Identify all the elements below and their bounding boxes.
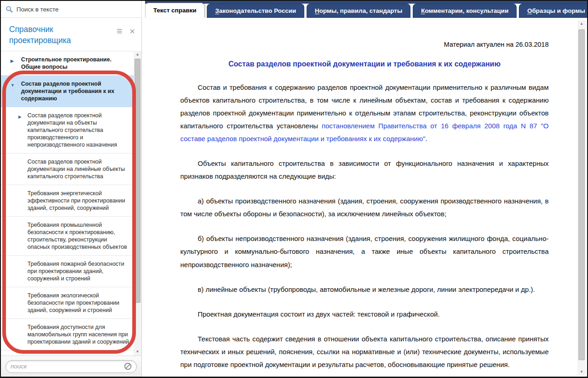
text-run: Текстовая часть содержит сведения в отно… (180, 335, 549, 368)
paragraph: б) объекты непроизводственного назначени… (180, 232, 549, 271)
tree-item-label: Состав разделов проектной документации н… (27, 112, 117, 148)
scroll-up-icon[interactable]: ▲ (577, 20, 586, 27)
scroll-up-icon[interactable]: ▲ (134, 51, 141, 58)
tab-4[interactable]: Образцы и формы (519, 4, 588, 18)
tree-item[interactable]: ▶Состав разделов проектной документации … (1, 107, 134, 153)
text-run: . (425, 135, 427, 142)
tab-2[interactable]: Нормы, правила, стандарты (307, 4, 410, 18)
document-content: Материал актуален на 26.03.2018 Состав р… (142, 18, 575, 377)
chevron-right-icon[interactable]: ▶ (11, 57, 14, 65)
tree-item[interactable]: Состав разделов проектной документации н… (1, 153, 134, 185)
scroll-down-icon[interactable]: ▼ (577, 368, 586, 376)
sidebar-search-input[interactable] (11, 363, 121, 370)
clear-block-icon[interactable] (124, 362, 132, 370)
tree-item[interactable]: Требования экологической безопасности пр… (1, 287, 134, 319)
sidebar-scrollbar-thumb[interactable] (135, 59, 140, 303)
tab-bar: Текст справкиЗаконодательство РоссииНорм… (142, 1, 587, 18)
document-scrollbar[interactable]: ▲ ▼ (577, 20, 586, 376)
document-paragraphs: Состав и требования к содержанию раздело… (180, 81, 549, 377)
document-actuality-note: Материал актуален на 26.03.2018 (180, 41, 549, 48)
sidebar: Справочник проектировщика ≡ × ▶Строитель… (1, 18, 142, 377)
tree-item-label: Требования доступности для маломобильных… (27, 324, 129, 345)
tree-item-label: Требования промышленной безопасности к п… (27, 222, 127, 250)
sidebar-search-bar (1, 356, 141, 377)
sidebar-header: Справочник проектировщика ≡ × (1, 18, 141, 51)
paragraph: Состав и требования к содержанию раздело… (180, 81, 549, 145)
text-run: в) линейные объекты (трубопроводы, автом… (198, 285, 535, 293)
chevron-right-icon[interactable]: ▶ (18, 113, 22, 121)
sidebar-search-pill (5, 360, 137, 373)
search-in-text-input[interactable] (16, 6, 137, 13)
menu-icon[interactable]: ≡ (117, 26, 122, 36)
tab-bar-tabs: Текст справкиЗаконодательство РоссииНорм… (145, 1, 586, 18)
tree-item[interactable]: Требования энергетической эффективности … (1, 185, 134, 217)
tree-item[interactable]: Требования доступности для маломобильных… (1, 319, 134, 351)
document-title: Состав разделов проектной документации и… (180, 60, 549, 68)
text-run: а) объекты производственного назначения … (180, 197, 549, 218)
tree-item-label: Требования энергетической эффективности … (27, 190, 125, 211)
tree-item[interactable]: Требования промышленной безопасности к п… (1, 217, 134, 256)
search-icon (5, 5, 13, 13)
sidebar-scrollbar[interactable]: ▲ ▼ (134, 51, 141, 356)
text-run: Объекты капитального строительства в зав… (180, 159, 549, 180)
tree-item[interactable]: Требования пожарной безопасности при про… (1, 256, 134, 287)
tree-items: ▶Строительное проектирование. Общие вопр… (1, 51, 134, 356)
chevron-down-icon[interactable]: ▼ (11, 82, 15, 89)
sidebar-tree: ▶Строительное проектирование. Общие вопр… (1, 51, 141, 356)
tree-item[interactable]: ▶Расчет конструкций (1, 351, 134, 356)
document-scrollbar-thumb[interactable] (578, 29, 585, 360)
tab-3[interactable]: Комментарии, консультации (413, 4, 517, 18)
scroll-down-icon[interactable]: ▼ (134, 348, 141, 356)
sidebar-header-icons: ≡ × (117, 24, 135, 36)
paragraph: в) линейные объекты (трубопроводы, автом… (180, 283, 549, 296)
tree-item-label: Состав разделов проектной документации и… (21, 81, 114, 102)
text-run: Проектная документация состоит из двух ч… (198, 310, 440, 318)
paragraph: Проектная документация состоит из двух ч… (180, 308, 549, 321)
paragraph: а) объекты производственного назначения … (180, 195, 549, 220)
paragraph: Текстовая часть содержит сведения в отно… (180, 333, 549, 371)
sidebar-title: Справочник проектировщика (9, 24, 94, 46)
tree-item-label: Требования экологической безопасности пр… (27, 292, 119, 313)
close-icon[interactable]: × (129, 27, 135, 36)
document-pane: Материал актуален на 26.03.2018 Состав р… (142, 18, 587, 377)
tree-item[interactable]: ▶Строительное проектирование. Общие вопр… (1, 51, 134, 76)
tree-item[interactable]: ▼Состав разделов проектной документации … (1, 76, 134, 107)
app-window: Текст справкиЗаконодательство РоссииНорм… (0, 0, 588, 378)
text-run: б) объекты непроизводственного назначени… (180, 235, 549, 268)
tree-item-label: Строительное проектирование. Общие вопро… (21, 56, 112, 70)
tree-item-label: Состав разделов проектной документации н… (27, 159, 125, 180)
search-in-text-bar (1, 1, 142, 18)
tab-1[interactable]: Законодательство России (207, 4, 304, 18)
paragraph: Объекты капитального строительства в зав… (180, 157, 549, 183)
tree-item-label: Требования пожарной безопасности при про… (27, 261, 124, 282)
tab-0[interactable]: Текст справки (145, 3, 205, 18)
